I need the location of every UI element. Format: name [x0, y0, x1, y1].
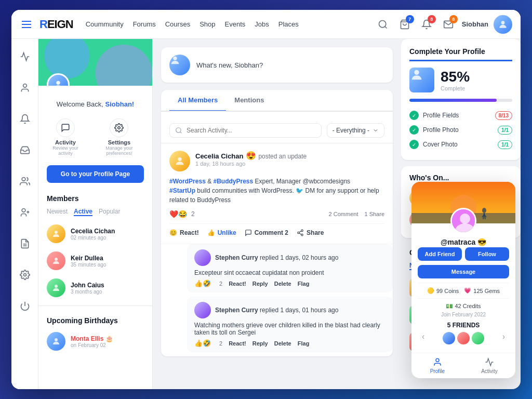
reply-react-btn[interactable]: React! — [229, 340, 246, 347]
nav-courses[interactable]: Courses — [165, 20, 190, 28]
completion-progress-bar — [409, 99, 512, 102]
prev-arrow[interactable]: ‹ — [422, 332, 424, 344]
user-side-icon[interactable] — [16, 78, 34, 97]
popup-tab-activity[interactable]: Activity — [463, 353, 515, 378]
profile-avatar[interactable] — [47, 73, 70, 86]
side-icons — [11, 39, 38, 389]
notification-icon[interactable]: 8 — [418, 16, 435, 33]
document-side-icon[interactable] — [16, 234, 34, 253]
profile-page-button[interactable]: Go to your Profile Page — [47, 165, 144, 183]
popup-bottom-tabs: Profile Activity — [411, 353, 515, 378]
birthday-avatar — [47, 332, 65, 351]
reply-actions: 👍🤣 2 React! Reply Delete Flag — [194, 280, 385, 287]
svg-point-35 — [436, 358, 439, 362]
complete-profile-title: Complete Your Profile — [409, 47, 512, 61]
nav-community[interactable]: Coummunity — [86, 20, 124, 28]
members-tab-newest[interactable]: Newest — [47, 208, 68, 216]
nav-shop[interactable]: Shop — [200, 20, 215, 28]
activity-search-row: - Everything - — [161, 118, 393, 143]
nav-places[interactable]: Places — [278, 20, 299, 28]
member-item[interactable]: John Caius 3 months ago — [38, 274, 152, 301]
app-logo: REIGN — [39, 18, 73, 31]
member-avatar — [47, 224, 65, 243]
plug-side-icon[interactable] — [16, 297, 34, 315]
settings-action[interactable]: Settings Manage your preferences! — [95, 118, 144, 156]
svg-point-4 — [22, 178, 25, 181]
cart-icon[interactable]: 7 — [396, 16, 413, 33]
svg-point-18 — [178, 157, 181, 161]
popup-tab-nav: ‹ › — [418, 332, 509, 344]
post-avatar — [169, 55, 190, 75]
members-tab-popular[interactable]: Popular — [99, 208, 120, 216]
member-avatar — [47, 251, 65, 270]
member-avatar — [47, 278, 65, 297]
post-input-label[interactable]: What's new, Siobhan? — [196, 61, 384, 69]
check-icon: ✓ — [409, 125, 419, 135]
svg-point-5 — [22, 209, 25, 212]
share-button[interactable]: Share — [297, 229, 324, 236]
activity-tabs: All Members Mentions — [161, 90, 393, 112]
user-name[interactable]: Siobhan — [462, 20, 488, 28]
cover-photo-badge: 1/1 — [498, 140, 512, 149]
popup-tab-profile[interactable]: Profile — [411, 353, 463, 378]
members-side-icon[interactable] — [16, 203, 34, 222]
reply-avatar — [194, 302, 211, 318]
post-box: What's new, Siobhan? — [161, 47, 393, 83]
completion-item-profile-fields: ✓ Profile Fields 8/13 — [409, 108, 512, 123]
filter-dropdown[interactable]: - Everything - — [327, 123, 384, 138]
members-tab-active[interactable]: Active — [74, 208, 92, 216]
svg-point-15 — [55, 338, 58, 341]
react-button[interactable]: 😊 React! — [169, 229, 199, 236]
tab-all-members[interactable]: All Members — [169, 90, 226, 112]
activity-search — [169, 123, 322, 138]
reply-reply-btn[interactable]: Reply — [252, 281, 268, 287]
comment-icon — [245, 229, 252, 236]
activity-icon — [485, 357, 494, 367]
tab-mentions[interactable]: Mentions — [226, 90, 272, 112]
reply-delete-btn[interactable]: Delete — [274, 281, 291, 287]
member-item[interactable]: Cecelia Cichan 02 minutes ago — [38, 220, 152, 247]
hamburger-menu[interactable] — [20, 19, 33, 30]
friend-avatar — [457, 332, 470, 344]
comment-count[interactable]: 2 Comment — [329, 211, 358, 217]
search-activity-input[interactable] — [187, 127, 316, 134]
chart-side-icon[interactable] — [16, 47, 34, 66]
nav-forums[interactable]: Forums — [133, 20, 156, 28]
mail-icon[interactable]: 8 — [440, 16, 457, 33]
search-icon[interactable] — [375, 16, 391, 33]
add-friend-button[interactable]: Add Friend — [418, 247, 462, 261]
group-side-icon[interactable] — [16, 172, 34, 191]
reply-react-btn[interactable]: React! — [229, 281, 246, 287]
user-avatar[interactable] — [494, 15, 512, 34]
share-count[interactable]: 1 Share — [364, 211, 384, 217]
unlike-button[interactable]: 👍 Unlike — [207, 229, 236, 236]
svg-point-14 — [55, 285, 58, 288]
friend-avatar — [443, 332, 455, 344]
chevron-down-icon — [373, 127, 379, 134]
reply-reply-btn[interactable]: Reply — [252, 340, 268, 347]
notification-badge: 8 — [428, 15, 436, 23]
svg-point-34 — [460, 214, 470, 224]
complete-profile-card: Complete Your Profile 85% Complete ✓ Pro… — [401, 39, 521, 160]
profile-popup-card: @matraca 😎 Add Friend Follow Message 🟡 9… — [411, 182, 515, 378]
svg-line-22 — [299, 233, 301, 234]
reply-flag-btn[interactable]: Flag — [298, 281, 310, 287]
bell-side-icon[interactable] — [16, 110, 34, 128]
profile-cover — [38, 39, 152, 86]
svg-point-16 — [173, 57, 177, 60]
top-navigation: REIGN Coummunity Forums Courses Shop Eve… — [11, 10, 521, 39]
settings-side-icon[interactable] — [16, 265, 34, 284]
popup-body: @matraca 😎 Add Friend Follow Message 🟡 9… — [411, 223, 515, 353]
reply-delete-btn[interactable]: Delete — [274, 340, 291, 347]
member-item[interactable]: Keir Dullea 35 minutes ago — [38, 247, 152, 274]
nav-events[interactable]: Events — [225, 20, 246, 28]
message-button[interactable]: Message — [418, 265, 509, 278]
next-arrow[interactable]: › — [502, 332, 505, 344]
profile-welcome: Welcome Back, Siobhan! — [38, 86, 152, 114]
activity-action[interactable]: Activity Review your activity — [47, 118, 84, 156]
comment-button[interactable]: Comment 2 — [245, 229, 288, 236]
follow-button[interactable]: Follow — [465, 247, 509, 261]
nav-jobs[interactable]: Jobs — [255, 20, 269, 28]
reply-flag-btn[interactable]: Flag — [298, 340, 310, 347]
inbox-side-icon[interactable] — [16, 141, 34, 159]
